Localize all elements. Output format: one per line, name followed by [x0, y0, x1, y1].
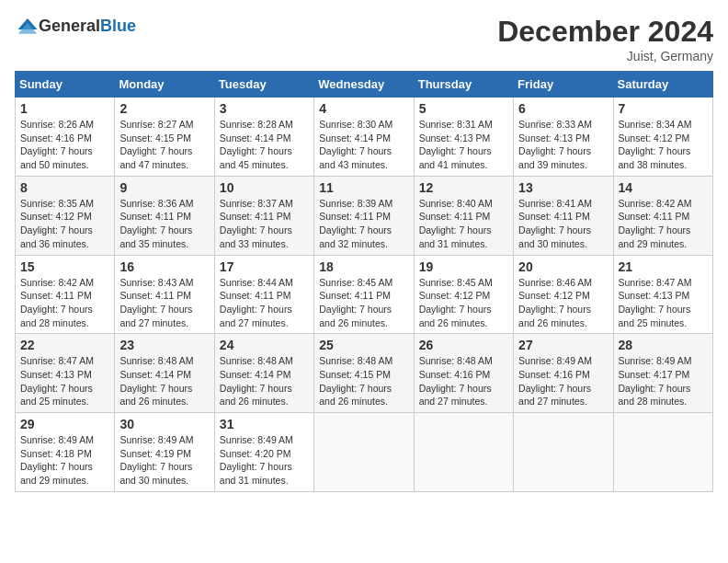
- day-info: Sunrise: 8:42 AM Sunset: 4:11 PM Dayligh…: [20, 276, 109, 330]
- day-info: Sunrise: 8:33 AM Sunset: 4:13 PM Dayligh…: [518, 118, 608, 172]
- day-number: 19: [419, 259, 508, 274]
- calendar-day-29: 29Sunrise: 8:49 AM Sunset: 4:18 PM Dayli…: [16, 413, 115, 492]
- logo: GeneralBlue: [15, 15, 136, 37]
- day-info: Sunrise: 8:34 AM Sunset: 4:12 PM Dayligh…: [619, 118, 708, 172]
- day-info: Sunrise: 8:48 AM Sunset: 4:14 PM Dayligh…: [119, 354, 209, 408]
- day-info: Sunrise: 8:49 AM Sunset: 4:17 PM Dayligh…: [619, 354, 708, 408]
- calendar-week-3: 15Sunrise: 8:42 AM Sunset: 4:11 PM Dayli…: [16, 255, 713, 334]
- day-info: Sunrise: 8:48 AM Sunset: 4:14 PM Dayligh…: [220, 354, 309, 408]
- day-header-thursday: Thursday: [414, 72, 513, 98]
- day-header-monday: Monday: [115, 72, 214, 98]
- day-number: 18: [319, 259, 408, 274]
- calendar-week-5: 29Sunrise: 8:49 AM Sunset: 4:18 PM Dayli…: [16, 413, 713, 492]
- logo-text: GeneralBlue: [39, 17, 136, 36]
- day-number: 29: [20, 417, 109, 431]
- day-header-tuesday: Tuesday: [214, 72, 313, 98]
- empty-cell: [314, 413, 414, 492]
- calendar-day-23: 23Sunrise: 8:48 AM Sunset: 4:14 PM Dayli…: [115, 334, 214, 413]
- day-info: Sunrise: 8:41 AM Sunset: 4:11 PM Dayligh…: [518, 197, 608, 251]
- day-info: Sunrise: 8:39 AM Sunset: 4:11 PM Dayligh…: [319, 197, 408, 251]
- calendar-day-1: 1Sunrise: 8:26 AM Sunset: 4:16 PM Daylig…: [16, 98, 115, 177]
- day-number: 12: [419, 180, 508, 195]
- calendar-day-20: 20Sunrise: 8:46 AM Sunset: 4:12 PM Dayli…: [514, 255, 613, 334]
- calendar-day-13: 13Sunrise: 8:41 AM Sunset: 4:11 PM Dayli…: [514, 176, 613, 255]
- day-number: 27: [518, 338, 608, 352]
- day-number: 13: [518, 180, 608, 195]
- day-info: Sunrise: 8:43 AM Sunset: 4:11 PM Dayligh…: [119, 276, 209, 330]
- day-header-sunday: Sunday: [16, 72, 115, 98]
- calendar-day-15: 15Sunrise: 8:42 AM Sunset: 4:11 PM Dayli…: [16, 255, 115, 334]
- day-info: Sunrise: 8:35 AM Sunset: 4:12 PM Dayligh…: [20, 197, 109, 251]
- day-info: Sunrise: 8:42 AM Sunset: 4:11 PM Dayligh…: [619, 197, 708, 251]
- day-number: 26: [419, 338, 508, 352]
- day-number: 6: [518, 101, 608, 116]
- calendar-header-row: SundayMondayTuesdayWednesdayThursdayFrid…: [16, 72, 713, 98]
- day-number: 4: [319, 101, 408, 116]
- day-number: 25: [319, 338, 408, 352]
- day-number: 23: [119, 338, 209, 352]
- calendar-day-18: 18Sunrise: 8:45 AM Sunset: 4:11 PM Dayli…: [314, 255, 414, 334]
- calendar-day-24: 24Sunrise: 8:48 AM Sunset: 4:14 PM Dayli…: [214, 334, 313, 413]
- calendar-day-11: 11Sunrise: 8:39 AM Sunset: 4:11 PM Dayli…: [314, 176, 414, 255]
- calendar-day-12: 12Sunrise: 8:40 AM Sunset: 4:11 PM Dayli…: [414, 176, 513, 255]
- day-info: Sunrise: 8:49 AM Sunset: 4:16 PM Dayligh…: [518, 354, 608, 408]
- day-info: Sunrise: 8:44 AM Sunset: 4:11 PM Dayligh…: [220, 276, 309, 330]
- calendar-day-19: 19Sunrise: 8:45 AM Sunset: 4:12 PM Dayli…: [414, 255, 513, 334]
- calendar-day-4: 4Sunrise: 8:30 AM Sunset: 4:14 PM Daylig…: [314, 98, 414, 177]
- day-number: 5: [419, 101, 508, 116]
- calendar-day-26: 26Sunrise: 8:48 AM Sunset: 4:16 PM Dayli…: [414, 334, 513, 413]
- calendar-day-5: 5Sunrise: 8:31 AM Sunset: 4:13 PM Daylig…: [414, 98, 513, 177]
- day-number: 2: [119, 101, 209, 116]
- empty-cell: [514, 413, 613, 492]
- day-number: 11: [319, 180, 408, 195]
- day-info: Sunrise: 8:28 AM Sunset: 4:14 PM Dayligh…: [220, 118, 309, 172]
- day-number: 16: [119, 259, 209, 274]
- calendar-day-14: 14Sunrise: 8:42 AM Sunset: 4:11 PM Dayli…: [613, 176, 712, 255]
- day-header-friday: Friday: [514, 72, 613, 98]
- calendar-day-7: 7Sunrise: 8:34 AM Sunset: 4:12 PM Daylig…: [613, 98, 712, 177]
- logo-icon: [17, 15, 39, 37]
- day-info: Sunrise: 8:26 AM Sunset: 4:16 PM Dayligh…: [20, 118, 109, 172]
- calendar-table: SundayMondayTuesdayWednesdayThursdayFrid…: [15, 71, 713, 492]
- calendar-day-6: 6Sunrise: 8:33 AM Sunset: 4:13 PM Daylig…: [514, 98, 613, 177]
- day-info: Sunrise: 8:49 AM Sunset: 4:19 PM Dayligh…: [119, 433, 209, 488]
- day-number: 1: [20, 101, 109, 116]
- calendar-day-22: 22Sunrise: 8:47 AM Sunset: 4:13 PM Dayli…: [16, 334, 115, 413]
- logo-blue: Blue: [100, 17, 136, 35]
- day-info: Sunrise: 8:49 AM Sunset: 4:20 PM Dayligh…: [220, 433, 309, 488]
- day-info: Sunrise: 8:47 AM Sunset: 4:13 PM Dayligh…: [20, 354, 109, 408]
- day-info: Sunrise: 8:45 AM Sunset: 4:12 PM Dayligh…: [419, 276, 508, 330]
- day-number: 10: [220, 180, 309, 195]
- calendar-day-31: 31Sunrise: 8:49 AM Sunset: 4:20 PM Dayli…: [214, 413, 313, 492]
- calendar-day-27: 27Sunrise: 8:49 AM Sunset: 4:16 PM Dayli…: [514, 334, 613, 413]
- day-number: 9: [119, 180, 209, 195]
- calendar-day-17: 17Sunrise: 8:44 AM Sunset: 4:11 PM Dayli…: [214, 255, 313, 334]
- logo-general: General: [39, 17, 100, 35]
- calendar-week-1: 1Sunrise: 8:26 AM Sunset: 4:16 PM Daylig…: [16, 98, 713, 177]
- day-info: Sunrise: 8:36 AM Sunset: 4:11 PM Dayligh…: [119, 197, 209, 251]
- empty-cell: [613, 413, 712, 492]
- calendar-day-25: 25Sunrise: 8:48 AM Sunset: 4:15 PM Dayli…: [314, 334, 414, 413]
- calendar-day-8: 8Sunrise: 8:35 AM Sunset: 4:12 PM Daylig…: [16, 176, 115, 255]
- day-info: Sunrise: 8:48 AM Sunset: 4:16 PM Dayligh…: [419, 354, 508, 408]
- calendar-day-21: 21Sunrise: 8:47 AM Sunset: 4:13 PM Dayli…: [613, 255, 712, 334]
- day-number: 17: [220, 259, 309, 274]
- day-number: 31: [220, 417, 309, 431]
- title-area: December 2024 Juist, Germany: [497, 15, 713, 63]
- day-header-wednesday: Wednesday: [314, 72, 414, 98]
- day-info: Sunrise: 8:30 AM Sunset: 4:14 PM Dayligh…: [319, 118, 408, 172]
- page-header: GeneralBlue December 2024 Juist, Germany: [15, 15, 713, 63]
- calendar-day-9: 9Sunrise: 8:36 AM Sunset: 4:11 PM Daylig…: [115, 176, 214, 255]
- day-number: 8: [20, 180, 109, 195]
- calendar-day-3: 3Sunrise: 8:28 AM Sunset: 4:14 PM Daylig…: [214, 98, 313, 177]
- day-info: Sunrise: 8:47 AM Sunset: 4:13 PM Dayligh…: [619, 276, 708, 330]
- day-info: Sunrise: 8:31 AM Sunset: 4:13 PM Dayligh…: [419, 118, 508, 172]
- calendar-day-30: 30Sunrise: 8:49 AM Sunset: 4:19 PM Dayli…: [115, 413, 214, 492]
- day-number: 7: [619, 101, 708, 116]
- day-number: 21: [619, 259, 708, 274]
- day-number: 30: [119, 417, 209, 431]
- day-info: Sunrise: 8:27 AM Sunset: 4:15 PM Dayligh…: [119, 118, 209, 172]
- day-number: 15: [20, 259, 109, 274]
- calendar-day-16: 16Sunrise: 8:43 AM Sunset: 4:11 PM Dayli…: [115, 255, 214, 334]
- day-number: 3: [220, 101, 309, 116]
